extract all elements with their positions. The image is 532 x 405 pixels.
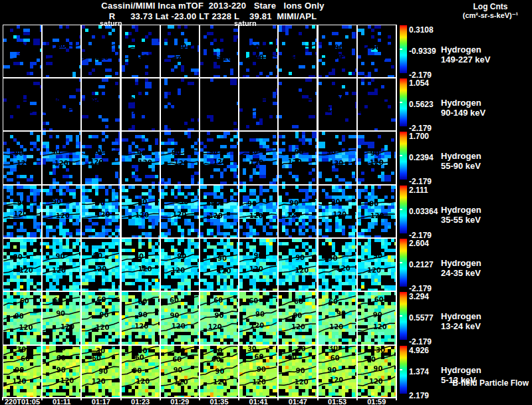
colorbar-midtick [400, 49, 402, 50]
colorbar-title: Log Cnts [442, 2, 532, 11]
inca-image-panel [122, 292, 160, 344]
ion-intensity-mosaic [122, 78, 160, 130]
ion-intensity-mosaic [279, 186, 317, 237]
inca-image-panel [239, 292, 277, 344]
energy-range-label: 90-149 keV [441, 108, 485, 118]
inca-image-panel [319, 78, 356, 130]
inca-image-panel [3, 186, 41, 237]
colorbar-mid-label: 0.5623 [409, 100, 434, 109]
inca-image-panel [279, 239, 317, 291]
inca-image-panel [279, 186, 317, 237]
inca-image-panel [358, 132, 396, 184]
ion-intensity-mosaic [122, 239, 160, 291]
ion-intensity-mosaic [43, 346, 80, 397]
ion-intensity-mosaic [239, 186, 277, 237]
ion-intensity-mosaic [3, 239, 41, 291]
inca-image-panel [161, 132, 199, 184]
energy-band-label: Hydrogen35-55 keV [441, 205, 481, 225]
inca-image-panel [3, 292, 41, 344]
colorbar-max-label: 1.054 [409, 78, 429, 88]
inca-image-panel [200, 186, 238, 237]
ion-intensity-mosaic [3, 78, 41, 130]
inca-image-panel [319, 186, 356, 237]
inca-image-panel [319, 292, 356, 344]
ion-intensity-mosaic [161, 25, 199, 77]
inca-image-panel [358, 186, 396, 237]
ion-intensity-mosaic [319, 186, 356, 237]
colorbar-min-label: -2.179 [409, 177, 432, 186]
colorbar-units: (cm²-sr-s-keV)⁻¹ [442, 11, 532, 20]
inca-image-panel [319, 346, 356, 397]
time-axis-label: 01:59 [353, 398, 400, 405]
saturn-direction-label: saturn [234, 19, 257, 27]
ion-intensity-mosaic [122, 346, 160, 397]
ion-intensity-mosaic [279, 292, 317, 344]
inca-image-panel [358, 25, 396, 77]
inca-image-panel [161, 78, 199, 130]
colorbar-gradient [400, 346, 407, 394]
inca-image-panel [239, 239, 277, 291]
energy-row-strip [3, 291, 397, 345]
inca-image-panel [358, 346, 396, 397]
inca-image-panel [200, 292, 238, 344]
ion-intensity-mosaic [3, 292, 41, 344]
inca-image-panel [161, 346, 199, 397]
ion-intensity-mosaic [319, 132, 356, 184]
inca-image-panel [279, 78, 317, 130]
ion-intensity-mosaic [43, 186, 80, 237]
colorbar-max-label: 1.700 [409, 132, 429, 141]
inca-image-panel [239, 78, 277, 130]
ion-intensity-mosaic [161, 78, 199, 130]
ion-intensity-mosaic [200, 239, 238, 291]
ion-intensity-mosaic [239, 25, 277, 77]
ion-intensity-mosaic [239, 132, 277, 184]
energy-row-strip [3, 238, 397, 291]
species-label: Hydrogen [441, 365, 481, 375]
ion-intensity-mosaic [200, 346, 238, 397]
colorbar-mid-label: 0.5577 [409, 313, 434, 323]
inca-image-panel [43, 239, 80, 291]
inca-image-panel [161, 186, 199, 237]
species-label: Hydrogen [441, 98, 485, 108]
ion-intensity-mosaic [279, 25, 317, 77]
colorbar-gradient [400, 186, 407, 233]
ion-intensity-mosaic [82, 25, 120, 77]
colorbar-gradient [400, 25, 407, 73]
energy-band-label: Hydrogen149-227 keV [441, 45, 490, 65]
ion-intensity-mosaic [82, 346, 120, 397]
inca-image-panel [161, 25, 199, 77]
ion-intensity-mosaic [122, 292, 160, 344]
colorbar-gradient [400, 78, 407, 126]
ion-intensity-mosaic [122, 25, 160, 77]
ion-intensity-mosaic [319, 78, 356, 130]
colorbar-mid-label: 0.03364 [409, 207, 438, 216]
energy-row-strip [3, 25, 397, 78]
ion-intensity-mosaic [82, 239, 120, 291]
inca-image-panel [3, 78, 41, 130]
species-label: Hydrogen [441, 311, 481, 321]
inca-image-panel [161, 239, 199, 291]
inca-image-panel [3, 25, 41, 77]
inca-image-panel [43, 132, 80, 184]
inca-image-panel [200, 239, 238, 291]
inca-image-panel [319, 25, 356, 77]
inca-image-panel [82, 132, 120, 184]
energy-range-label: 24-35 keV [441, 268, 481, 278]
colorbar-max-label: 4.926 [409, 346, 429, 355]
inca-image-panel [43, 25, 80, 77]
ion-intensity-mosaic [200, 132, 238, 184]
inca-image-panel [82, 186, 120, 237]
inca-image-panel [279, 132, 317, 184]
inca-image-panel [122, 239, 160, 291]
ion-intensity-mosaic [161, 239, 199, 291]
inca-image-panel [200, 78, 238, 130]
ion-intensity-mosaic [358, 78, 396, 130]
energy-range-label: 149-227 keV [441, 55, 490, 65]
inca-image-panel [43, 78, 80, 130]
energy-range-label: 35-55 keV [441, 215, 481, 225]
ion-intensity-mosaic [358, 25, 396, 77]
inca-image-panel [200, 346, 238, 397]
inca-image-panel [279, 346, 317, 397]
ion-intensity-mosaic [279, 239, 317, 291]
inca-image-panel [82, 25, 120, 77]
